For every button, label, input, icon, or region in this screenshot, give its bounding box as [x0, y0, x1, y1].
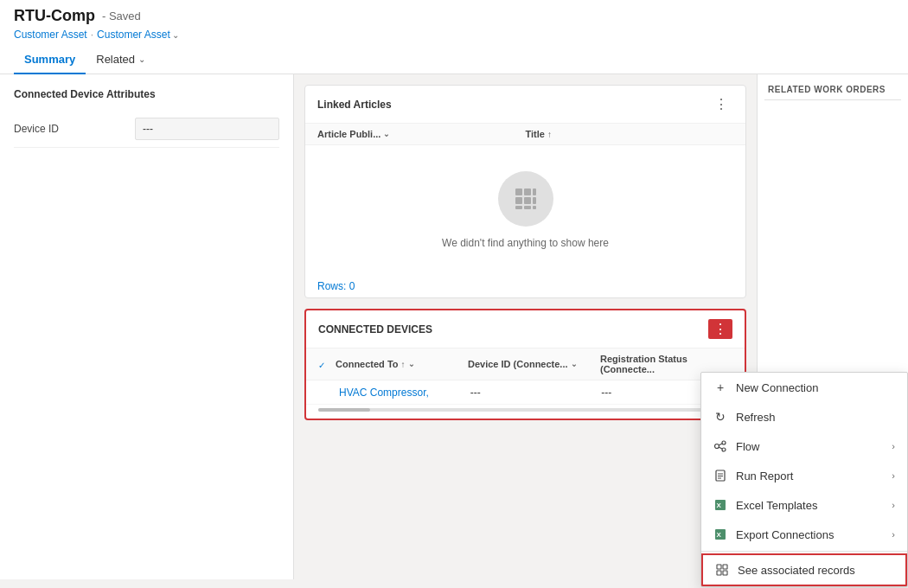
col-dropdown-article-publi: ⌄ [383, 130, 390, 138]
breadcrumb-chevron: ⌄ [172, 30, 179, 40]
context-menu: + New Connection ↻ Refresh Flow › [700, 372, 908, 587]
tab-related-chevron: ⌄ [138, 54, 145, 64]
left-section-title: Connected Device Attributes [14, 88, 279, 100]
flow-arrow-icon: › [892, 441, 895, 451]
saved-label: - Saved [102, 10, 141, 22]
excel-icon: X [713, 498, 727, 512]
menu-item-associated-label: See associated records [738, 564, 855, 577]
svg-point-11 [722, 448, 726, 451]
field-value-device-id[interactable]: --- [135, 118, 279, 140]
linked-articles-card: Linked Articles ⋮ Article Publi... ⌄ Tit… [304, 85, 746, 298]
field-label-device-id: Device ID [14, 123, 135, 135]
export-arrow-icon: › [892, 529, 895, 540]
tab-summary[interactable]: Summary [14, 46, 86, 74]
menu-item-flow-left: Flow [713, 439, 759, 453]
col-header-device-id[interactable]: Device ID (Connecte... ⌄ [468, 359, 600, 369]
connected-devices-title: CONNECTED DEVICES [318, 323, 432, 336]
svg-rect-1 [524, 189, 531, 195]
breadcrumb-label-1: Customer Asset [14, 29, 87, 41]
svg-text:X: X [717, 531, 722, 539]
breadcrumb-label-2: Customer Asset [97, 29, 170, 41]
menu-item-flow-label: Flow [736, 440, 759, 453]
svg-point-10 [722, 441, 726, 444]
menu-item-run-report-label: Run Report [736, 470, 793, 483]
refresh-icon: ↻ [713, 410, 727, 424]
svg-rect-25 [723, 571, 727, 575]
scroll-bar-track [318, 408, 732, 412]
right-section-title: RELATED WORK ORDERS [764, 85, 901, 100]
svg-rect-5 [533, 197, 536, 204]
export-icon: X [713, 527, 727, 541]
breadcrumb-sep: · [91, 29, 93, 41]
col-header-connected-to[interactable]: Connected To ↑ ⌄ [336, 359, 468, 369]
table-row: HVAC Compressor, --- --- [306, 380, 745, 405]
linked-articles-col-headers: Article Publi... ⌄ Title ↑ [305, 124, 745, 145]
plus-icon: + [713, 380, 727, 394]
linked-articles-title: Linked Articles [317, 99, 392, 111]
col-label-article-publi: Article Publi... [317, 129, 380, 139]
menu-item-refresh[interactable]: ↻ Refresh [701, 402, 907, 431]
row-connected-to-link[interactable]: HVAC Compressor, [339, 387, 429, 399]
svg-rect-4 [524, 197, 531, 204]
col-dropdown-connected-to: ⌄ [408, 360, 415, 368]
menu-item-excel-templates-left: X Excel Templates [713, 498, 817, 512]
menu-item-excel-label: Excel Templates [736, 499, 817, 512]
nav-tabs: Summary Related ⌄ [14, 46, 894, 74]
breadcrumb-item-2[interactable]: Customer Asset ⌄ [97, 29, 179, 41]
svg-text:X: X [717, 502, 722, 509]
col-dropdown-device-id: ⌄ [571, 360, 578, 368]
menu-item-export-left: X Export Connections [713, 527, 834, 541]
scroll-bar-thumb[interactable] [318, 408, 370, 412]
svg-rect-23 [723, 565, 727, 569]
grid-icon [512, 185, 540, 213]
svg-line-12 [719, 444, 722, 445]
menu-item-associated-left: See associated records [715, 563, 855, 577]
connected-devices-col-headers: ✓ Connected To ↑ ⌄ Device ID (Connecte..… [306, 348, 745, 380]
report-arrow-icon: › [892, 470, 895, 481]
flow-icon [713, 439, 727, 453]
empty-icon [498, 171, 553, 227]
svg-rect-3 [515, 197, 522, 204]
col-header-article-publi[interactable]: Article Publi... ⌄ [317, 129, 526, 139]
report-icon [713, 469, 727, 483]
col-sort-title: ↑ [547, 130, 552, 139]
row-connected-to: HVAC Compressor, [339, 386, 470, 399]
menu-item-run-report[interactable]: Run Report › [701, 461, 907, 490]
linked-articles-header: Linked Articles ⋮ [305, 86, 745, 124]
col-label-connected-to: Connected To [336, 359, 399, 369]
connected-devices-more-btn[interactable]: ⋮ [708, 319, 732, 339]
linked-articles-empty-state: We didn't find anything to show here [305, 145, 745, 275]
svg-rect-7 [524, 206, 531, 209]
col-header-title[interactable]: Title ↑ [526, 129, 734, 139]
menu-item-flow[interactable]: Flow › [701, 431, 907, 461]
menu-item-new-connection-left: + New Connection [713, 380, 818, 394]
svg-rect-2 [533, 189, 536, 195]
associated-icon [715, 563, 729, 577]
svg-rect-6 [515, 206, 522, 209]
tab-related[interactable]: Related ⌄ [86, 46, 156, 74]
row-device-id: --- [470, 387, 602, 399]
excel-arrow-icon: › [892, 500, 895, 510]
left-panel: Connected Device Attributes Device ID --… [0, 74, 294, 579]
breadcrumb: Customer Asset · Customer Asset ⌄ [14, 29, 894, 46]
field-row-device-id: Device ID --- [14, 111, 279, 148]
menu-item-new-connection[interactable]: + New Connection [701, 373, 907, 402]
breadcrumb-item-1[interactable]: Customer Asset [14, 29, 87, 41]
scroll-bar-area [306, 405, 745, 419]
col-label-device-id: Device ID (Connecte... [468, 359, 568, 369]
col-label-title: Title [526, 129, 545, 139]
connected-devices-header: CONNECTED DEVICES ⋮ [306, 310, 745, 348]
svg-rect-8 [533, 206, 536, 209]
col-sort-connected-to: ↑ [401, 360, 406, 369]
linked-articles-more-btn[interactable]: ⋮ [709, 94, 733, 114]
menu-item-export-label: Export Connections [736, 528, 834, 541]
menu-item-run-report-left: Run Report [713, 469, 793, 483]
menu-item-excel-templates[interactable]: X Excel Templates › [701, 490, 907, 520]
menu-item-see-associated[interactable]: See associated records [701, 553, 907, 586]
svg-point-9 [715, 444, 719, 449]
header-top: RTU-Comp - Saved [14, 7, 894, 29]
svg-rect-0 [515, 189, 522, 195]
menu-item-refresh-label: Refresh [736, 411, 776, 424]
svg-rect-24 [717, 571, 721, 575]
menu-item-export-connections[interactable]: X Export Connections › [701, 520, 907, 549]
